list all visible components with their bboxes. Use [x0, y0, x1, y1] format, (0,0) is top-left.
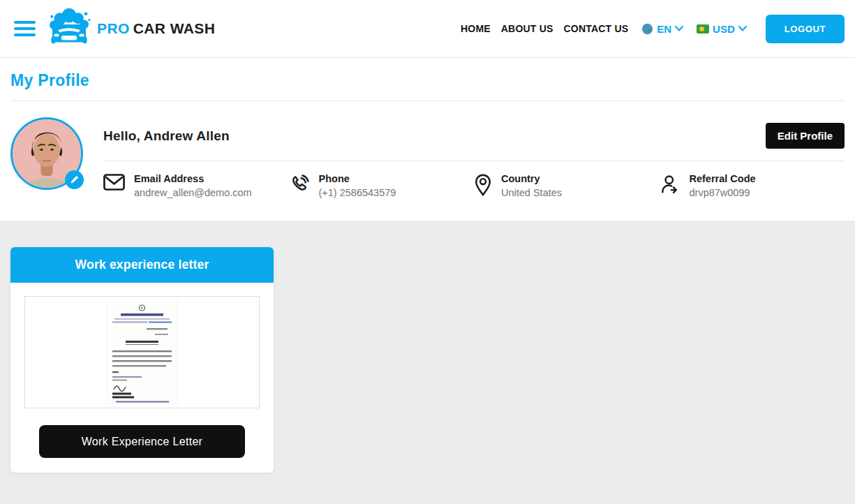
edit-profile-button[interactable]: Edit Profile [766, 123, 845, 149]
work-experience-letter-button[interactable]: Work Experience Letter [39, 425, 245, 458]
location-pin-icon [474, 174, 492, 196]
page-title: My Profile [10, 71, 845, 90]
field-country: Country United States [474, 173, 660, 198]
flag-icon [697, 24, 709, 34]
profile-fields: Email Address andrew_allen@demo.com Phon… [103, 173, 845, 198]
profile-section: My Profile [0, 58, 855, 221]
field-label: Email Address [134, 173, 252, 184]
avatar-wrap [10, 117, 83, 190]
work-experience-card: Work experience letter [10, 247, 274, 473]
greeting-text: Hello, Andrew Allen [103, 128, 230, 144]
field-referral-code: Referral Code drvp87w0099 [660, 173, 845, 198]
field-label: Referral Code [690, 173, 756, 184]
car-wash-logo-icon [47, 8, 91, 50]
language-selector[interactable]: EN [641, 23, 683, 35]
language-selected: EN [657, 23, 671, 35]
pencil-icon [70, 175, 79, 184]
globe-icon [641, 23, 653, 35]
top-navbar: PROCAR WASH HOME ABOUT US CONTACT US EN … [0, 0, 855, 58]
hamburger-menu-icon[interactable] [14, 21, 36, 36]
field-phone: Phone (+1) 2586543579 [289, 173, 475, 198]
field-value: United States [501, 187, 562, 198]
envelope-icon [103, 174, 125, 191]
phone-icon [289, 174, 310, 195]
main-nav: HOME ABOUT US CONTACT US EN USD LOGOUT [461, 15, 845, 43]
currency-selected: USD [713, 23, 735, 35]
chevron-down-icon [738, 26, 747, 31]
chevron-down-icon [675, 26, 683, 31]
referral-user-icon [660, 174, 681, 195]
field-value: (+1) 2586543579 [319, 187, 396, 198]
card-title: Work experience letter [10, 247, 274, 283]
logout-button[interactable]: LOGOUT [766, 15, 845, 43]
field-email: Email Address andrew_allen@demo.com [103, 173, 289, 198]
field-value: andrew_allen@demo.com [134, 187, 252, 198]
avatar-edit-button[interactable] [65, 170, 84, 189]
documents-section: Work experience letter [0, 221, 855, 504]
currency-selector[interactable]: USD [697, 23, 747, 35]
profile-main: Hello, Andrew Allen Edit Profile Email A… [103, 117, 845, 198]
document-thumbnail[interactable] [24, 296, 260, 408]
nav-link-home[interactable]: HOME [461, 23, 491, 34]
nav-link-about-us[interactable]: ABOUT US [501, 23, 553, 34]
brand-name: PROCAR WASH [97, 20, 215, 37]
profile-summary: Hello, Andrew Allen Edit Profile Email A… [10, 101, 845, 221]
field-value: drvp87w0099 [690, 187, 756, 198]
brand-logo[interactable]: PROCAR WASH [47, 8, 215, 50]
nav-link-contact-us[interactable]: CONTACT US [564, 23, 629, 34]
field-label: Country [501, 173, 562, 184]
field-label: Phone [319, 173, 396, 184]
work-experience-letter-preview [106, 301, 178, 404]
